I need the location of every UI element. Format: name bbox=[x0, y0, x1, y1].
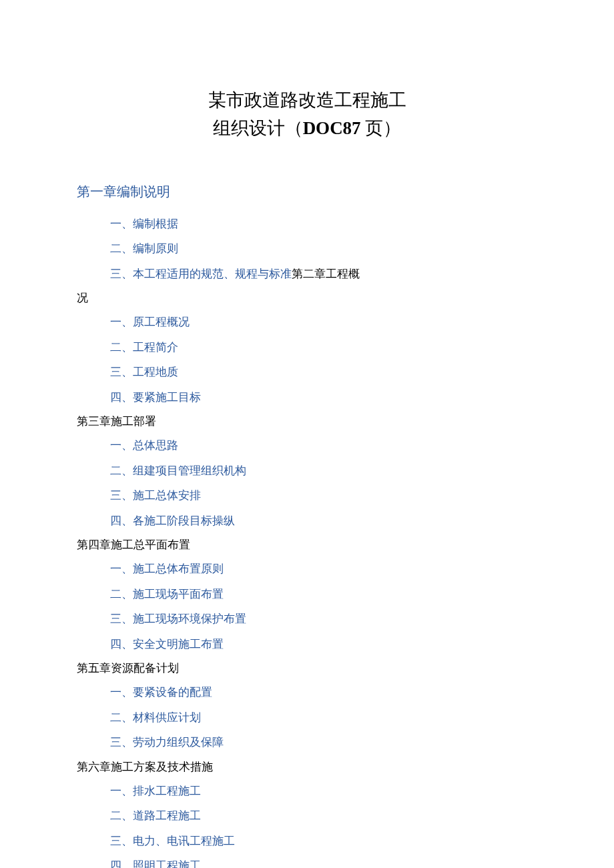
toc-link[interactable]: 一、编制根据 bbox=[110, 218, 178, 230]
toc-link[interactable]: 一、排水工程施工 bbox=[110, 785, 201, 797]
toc-link[interactable]: 四、各施工阶段目标操纵 bbox=[110, 514, 235, 527]
document-title: 某市政道路改造工程施工 组织设计（DOC87 页） bbox=[77, 87, 537, 143]
toc-item: 四、要紧施工目标 bbox=[110, 389, 537, 406]
toc-link[interactable]: 一、要紧设备的配置 bbox=[110, 686, 212, 699]
toc-item: 四、安全文明施工布置 bbox=[110, 636, 537, 653]
toc-link[interactable]: 三、工程地质 bbox=[110, 366, 178, 378]
toc-item: 三、电力、电讯工程施工 bbox=[110, 833, 537, 850]
toc-item: 二、施工现场平面布置 bbox=[110, 586, 537, 603]
toc-link[interactable]: 二、材料供应计划 bbox=[110, 711, 201, 724]
toc-link[interactable]: 二、组建项目管理组织机构 bbox=[110, 464, 246, 477]
toc-item: 一、排水工程施工 bbox=[110, 783, 537, 800]
toc-link[interactable]: 三、电力、电讯工程施工 bbox=[110, 835, 235, 847]
toc-item: 二、组建项目管理组织机构 bbox=[110, 462, 537, 480]
chapter-3-heading: 第三章施工部署 bbox=[77, 414, 537, 429]
toc-item: 二、工程简介 bbox=[110, 339, 537, 356]
document-page: 某市政道路改造工程施工 组织设计（DOC87 页） 第一章编制说明 一、编制根据… bbox=[0, 0, 614, 868]
toc-link[interactable]: 二、编制原则 bbox=[110, 242, 178, 255]
chapter-4-heading: 第四章施工总平面布置 bbox=[77, 537, 537, 552]
toc-link[interactable]: 三、本工程适用的规范、规程与标准 bbox=[110, 268, 292, 280]
toc-item: 二、道路工程施工 bbox=[110, 807, 537, 825]
toc-item: 一、要紧设备的配置 bbox=[110, 684, 537, 701]
toc-item: 三、劳动力组织及保障 bbox=[110, 734, 537, 751]
chapter-1-heading: 第一章编制说明 bbox=[77, 183, 537, 201]
inline-chapter-text: 第二章工程概 bbox=[292, 268, 360, 280]
toc-item: 一、原工程概况 bbox=[110, 314, 537, 331]
chapter-5-heading: 第五章资源配备计划 bbox=[77, 661, 537, 676]
toc-item: 二、编制原则 bbox=[110, 240, 537, 258]
toc-link[interactable]: 三、劳动力组织及保障 bbox=[110, 736, 224, 749]
toc-link[interactable]: 四、要紧施工目标 bbox=[110, 391, 201, 404]
toc-item: 三、施工现场环境保护布置 bbox=[110, 610, 537, 628]
toc-link[interactable]: 一、施工总体布置原则 bbox=[110, 562, 224, 575]
chapter-6-heading: 第六章施工方案及技术措施 bbox=[77, 759, 537, 775]
toc-link[interactable]: 一、原工程概况 bbox=[110, 316, 190, 328]
toc-item: 一、总体思路 bbox=[110, 437, 537, 454]
toc-link[interactable]: 四、安全文明施工布置 bbox=[110, 638, 224, 650]
toc-item: 四、各施工阶段目标操纵 bbox=[110, 512, 537, 530]
title-line-1: 某市政道路改造工程施工 bbox=[208, 90, 406, 110]
toc-item: 四、照明工程施工 bbox=[110, 857, 537, 868]
toc-link[interactable]: 二、工程简介 bbox=[110, 341, 178, 354]
toc-item: 三、工程地质 bbox=[110, 364, 537, 381]
toc-item: 三、本工程适用的规范、规程与标准第二章工程概 bbox=[110, 266, 537, 283]
title-line-2-suffix: 页） bbox=[361, 118, 402, 138]
toc-link[interactable]: 三、施工总体安排 bbox=[110, 489, 201, 502]
toc-item: 二、材料供应计划 bbox=[110, 709, 537, 727]
toc-link[interactable]: 三、施工现场环境保护布置 bbox=[110, 612, 246, 625]
toc-item: 一、施工总体布置原则 bbox=[110, 560, 537, 578]
title-line-2-prefix: 组织设计（ bbox=[213, 118, 303, 138]
toc-link[interactable]: 四、照明工程施工 bbox=[110, 859, 201, 868]
wrap-continuation-text: 况 bbox=[77, 290, 537, 306]
title-line-2-bold: DOC87 bbox=[303, 118, 361, 138]
toc-link[interactable]: 二、道路工程施工 bbox=[110, 809, 201, 822]
toc-item: 三、施工总体安排 bbox=[110, 487, 537, 504]
toc-link[interactable]: 一、总体思路 bbox=[110, 439, 178, 452]
toc-item: 一、编制根据 bbox=[110, 215, 537, 233]
toc-link[interactable]: 二、施工现场平面布置 bbox=[110, 588, 224, 600]
